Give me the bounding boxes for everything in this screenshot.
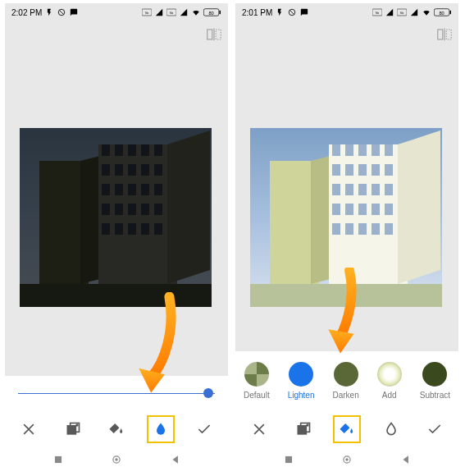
cancel-button[interactable]: [15, 415, 43, 443]
volte-icon: Vo: [166, 8, 176, 16]
fill-button[interactable]: [103, 415, 130, 443]
svg-rect-28: [297, 425, 307, 435]
chat-icon: [299, 8, 309, 16]
bolt-icon: [275, 8, 285, 16]
svg-rect-31: [285, 456, 291, 463]
signal-icon: [154, 8, 164, 16]
fill-button[interactable]: [333, 415, 361, 443]
svg-text:Vo: Vo: [145, 11, 149, 15]
battery-icon: 80: [434, 8, 452, 16]
svg-rect-23: [450, 11, 451, 14]
home-icon[interactable]: [341, 454, 353, 465]
svg-rect-14: [54, 456, 61, 463]
mode-darken[interactable]: Darken: [333, 362, 359, 400]
android-navbar: [235, 448, 458, 471]
signal-icon: [179, 8, 189, 16]
bottom-toolbar: [5, 410, 228, 448]
svg-text:Vo: Vo: [376, 11, 380, 15]
svg-text:80: 80: [208, 11, 213, 16]
edited-image[interactable]: [250, 128, 442, 307]
svg-rect-8: [207, 30, 212, 39]
cancel-button[interactable]: [245, 415, 273, 443]
status-time: 2:01 PM: [242, 8, 272, 17]
svg-point-30: [306, 423, 308, 426]
svg-point-13: [75, 423, 78, 426]
volte-icon: Vo: [372, 8, 382, 16]
recents-icon[interactable]: [283, 454, 294, 465]
compare-icon[interactable]: [207, 28, 221, 41]
wifi-icon: [422, 8, 431, 16]
svg-rect-25: [438, 30, 443, 39]
volte-icon: Vo: [397, 8, 407, 16]
blend-mode-button[interactable]: [377, 415, 405, 443]
battery-icon: 80: [203, 8, 221, 16]
canvas-area[interactable]: [235, 21, 458, 351]
mode-label: Add: [382, 391, 397, 400]
home-icon[interactable]: [111, 454, 122, 465]
bolt-icon: [44, 8, 54, 16]
svg-point-16: [115, 458, 118, 461]
mode-add[interactable]: Add: [377, 362, 402, 400]
slider-knob[interactable]: [203, 388, 213, 398]
back-icon[interactable]: [170, 454, 181, 465]
opacity-slider[interactable]: [5, 376, 228, 410]
mode-swatch-icon: [422, 362, 447, 387]
svg-point-33: [345, 458, 349, 461]
mode-swatch-icon: [289, 362, 313, 387]
layers-button[interactable]: [289, 415, 317, 443]
svg-rect-26: [446, 30, 451, 39]
blend-modes-row: Default Lighten Darken Add Subtract: [235, 351, 458, 410]
svg-rect-6: [220, 11, 221, 14]
mode-lighten[interactable]: Lighten: [288, 362, 315, 400]
signal-icon: [385, 8, 394, 16]
compare-icon[interactable]: [437, 28, 452, 41]
mode-swatch-icon: [244, 362, 269, 387]
confirm-button[interactable]: [421, 415, 449, 443]
recents-icon[interactable]: [52, 454, 64, 465]
chat-icon: [69, 8, 79, 16]
svg-rect-11: [66, 425, 76, 435]
wifi-icon: [191, 8, 201, 16]
bottom-toolbar: [235, 410, 458, 448]
svg-text:80: 80: [439, 11, 444, 16]
blend-mode-button[interactable]: [147, 415, 175, 443]
edited-image[interactable]: [20, 128, 212, 307]
canvas-area[interactable]: [5, 21, 228, 376]
dnd-icon: [287, 8, 297, 16]
svg-text:Vo: Vo: [400, 11, 404, 15]
mode-label: Default: [244, 391, 270, 400]
status-bar: 2:02 PM Vo Vo 80: [5, 3, 228, 21]
mode-label: Subtract: [420, 391, 450, 400]
dnd-icon: [57, 8, 66, 16]
mode-swatch-icon: [377, 362, 402, 387]
screen-left: 2:02 PM Vo Vo 80: [5, 3, 228, 471]
mode-default[interactable]: Default: [244, 362, 270, 400]
svg-rect-9: [216, 30, 221, 39]
signal-icon: [409, 8, 419, 16]
back-icon[interactable]: [400, 454, 412, 465]
android-navbar: [5, 448, 228, 471]
confirm-button[interactable]: [190, 415, 218, 443]
status-bar: 2:01 PM Vo Vo 80: [235, 3, 458, 21]
mode-swatch-icon: [334, 362, 358, 387]
mode-subtract[interactable]: Subtract: [420, 362, 450, 400]
mode-label: Darken: [333, 391, 359, 400]
svg-text:Vo: Vo: [170, 11, 174, 15]
volte-icon: Vo: [142, 8, 152, 16]
mode-label: Lighten: [288, 391, 315, 400]
status-time: 2:02 PM: [11, 8, 42, 17]
screen-right: 2:01 PM Vo Vo 80: [235, 3, 458, 471]
layers-button[interactable]: [59, 415, 87, 443]
